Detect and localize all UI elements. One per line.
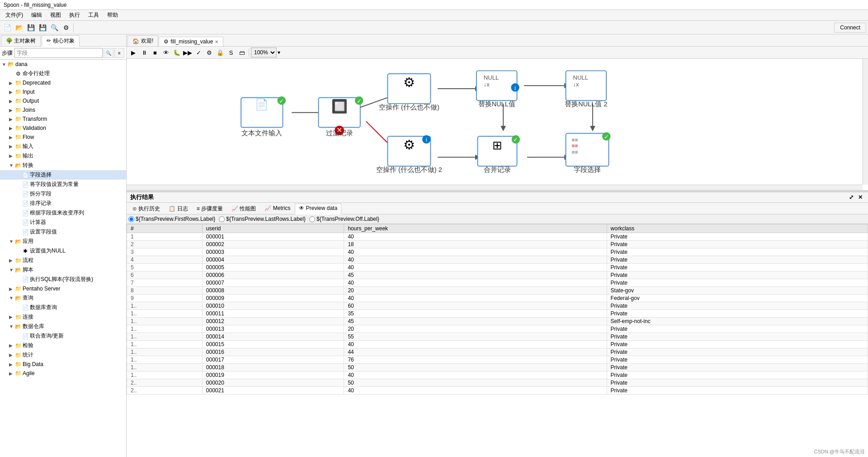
expand-icon[interactable]: ▶ — [9, 371, 14, 376]
tree-item[interactable]: ▼📂查询 — [0, 293, 126, 303]
canvas-scroll-v[interactable] — [863, 59, 868, 185]
tree-item[interactable]: 📄执行SQL脚本(字段流替换) — [0, 275, 126, 284]
tree-item[interactable]: ▼📂数据仓库 — [0, 322, 126, 331]
tab-close-icon[interactable]: ✕ — [215, 39, 218, 44]
menu-tools[interactable]: 工具 — [85, 10, 103, 20]
expand-icon[interactable]: ▼ — [9, 295, 14, 300]
explore-btn[interactable]: 🔍 — [49, 22, 60, 33]
tree-item[interactable]: 📄排序记录 — [0, 199, 126, 208]
safe-btn[interactable]: 🔒 — [215, 48, 225, 57]
tree-item[interactable]: ▶📁Input — [0, 87, 126, 96]
settings-btn[interactable]: ⚙ — [61, 22, 71, 33]
tree-item[interactable]: 📄联合查询/更新 — [0, 331, 126, 341]
tree-item[interactable]: 📄将字段值设置为常量 — [0, 180, 126, 189]
menu-execute[interactable]: 执行 — [66, 10, 84, 20]
results-expand-icon[interactable]: ⤢ — [847, 194, 855, 201]
expand-icon[interactable]: ▶ — [9, 90, 14, 95]
pause-btn[interactable]: ⏸ — [139, 48, 149, 57]
expand-icon[interactable]: ▶ — [9, 117, 14, 122]
tree-item[interactable]: ⚙命令行处理 — [0, 69, 126, 78]
expand-icon[interactable]: ▼ — [9, 324, 14, 329]
connect-button[interactable]: Connect — [834, 23, 866, 33]
preview-off[interactable]: ${TransPreview.Off.Label} — [309, 216, 379, 222]
tree-item[interactable]: 📄拆分字段 — [0, 189, 126, 199]
expand-icon[interactable]: ▶ — [9, 153, 14, 158]
expand-icon[interactable]: ▼ — [2, 62, 7, 67]
menu-edit[interactable]: 编辑 — [28, 10, 46, 20]
replay-btn[interactable]: ▶▶ — [183, 48, 193, 57]
menu-help[interactable]: 帮助 — [104, 10, 122, 20]
search-input[interactable] — [14, 48, 103, 58]
check-btn[interactable]: ✓ — [193, 48, 203, 57]
tree-item[interactable]: ▶📁Flow — [0, 133, 126, 142]
expand-icon[interactable]: ▼ — [9, 163, 14, 168]
tab-preview-data[interactable]: 👁 Preview data — [295, 204, 341, 214]
tree-item[interactable]: ▼📂转换 — [0, 161, 126, 170]
stop-btn[interactable]: ■ — [150, 48, 160, 57]
tree-item[interactable]: ▶📁Deprecated — [0, 78, 126, 87]
tree-item[interactable]: ✱设置值为NULL — [0, 246, 126, 256]
tab-step-metrics[interactable]: ≡ 步骤度量 — [193, 204, 227, 214]
preview-btn[interactable]: 👁 — [161, 48, 171, 57]
tree-item[interactable]: ▼📂dana — [0, 60, 126, 69]
expand-icon[interactable]: ▼ — [9, 267, 14, 272]
tree-item[interactable]: 📄字段选择 — [0, 170, 126, 180]
tree-item[interactable]: ▶📁输出 — [0, 151, 126, 161]
canvas-scroll-h[interactable] — [127, 185, 863, 190]
run-btn[interactable]: ▶ — [128, 48, 138, 57]
tab-exec-history[interactable]: ⊙ 执行历史 — [128, 204, 164, 214]
expand-icon[interactable]: ▶ — [9, 126, 14, 131]
tab-main-objects[interactable]: 🌳 主对象树 — [1, 35, 41, 46]
preview-first-rows[interactable]: ${TransPreview.FirstRows.Label} — [128, 216, 215, 222]
save-btn[interactable]: 💾 — [25, 22, 36, 33]
tree-item[interactable]: ▶📁Agile — [0, 369, 126, 378]
tree-item[interactable]: ▶📁Big Data — [0, 360, 126, 369]
tree-item[interactable]: ▶📁连接 — [0, 312, 126, 322]
tab-log[interactable]: 📋 日志 — [165, 204, 192, 214]
results-close-icon[interactable]: ✕ — [856, 194, 864, 201]
expand-icon[interactable]: ▶ — [9, 258, 14, 263]
sql-btn[interactable]: S — [226, 48, 236, 57]
tree-item[interactable]: 📄数据库查询 — [0, 303, 126, 312]
open-btn[interactable]: 📂 — [14, 22, 24, 33]
tree-item[interactable]: ▶📁Validation — [0, 124, 126, 133]
save-as-btn[interactable]: 💾 — [37, 22, 48, 33]
expand-icon[interactable]: ▶ — [9, 135, 14, 140]
tab-fill-missing[interactable]: ⚙ fill_missing_value ✕ — [159, 37, 223, 46]
tree-item[interactable]: 📄根据字段值来改变序列 — [0, 208, 126, 218]
filter-button[interactable]: ≡ — [114, 48, 124, 58]
new-btn[interactable]: 📄 — [2, 22, 13, 33]
transform-btn[interactable]: ⚙ — [204, 48, 214, 57]
tree-item[interactable]: 📄设置字段值 — [0, 227, 126, 237]
menu-view[interactable]: 视图 — [47, 10, 65, 20]
tree-item[interactable]: ▶📁统计 — [0, 350, 126, 360]
expand-icon[interactable]: ▶ — [9, 144, 14, 149]
debug-btn[interactable]: 🐛 — [172, 48, 182, 57]
expand-icon[interactable]: ▶ — [9, 81, 14, 86]
canvas-area[interactable]: 📄 ✓ 文本文件输入 🔲 ✓ ✕ 过滤记录 — [127, 59, 868, 190]
tree-item[interactable]: ▶📁输入 — [0, 142, 126, 151]
preview-last-rows[interactable]: ${TransPreview.LastRows.Label} — [219, 216, 306, 222]
expand-icon[interactable]: ▶ — [9, 343, 14, 348]
tree-item[interactable]: ▶📁Transform — [0, 114, 126, 124]
tab-metrics[interactable]: 📈 Metrics — [260, 204, 294, 214]
expand-icon[interactable]: ▼ — [9, 239, 14, 244]
expand-icon[interactable]: ▶ — [9, 314, 14, 319]
expand-icon[interactable]: ▶ — [9, 352, 14, 357]
tree-item[interactable]: ▶📁检验 — [0, 341, 126, 350]
expand-icon[interactable]: ▶ — [9, 108, 14, 113]
zoom-select[interactable]: 100%50%75%125%150% — [251, 48, 277, 57]
tree-item[interactable]: ▼📂脚本 — [0, 265, 126, 275]
tree-item[interactable]: ▼📂应用 — [0, 237, 126, 246]
tab-core-objects[interactable]: ✏ 核心对象 — [42, 35, 79, 47]
expand-icon[interactable]: ▶ — [9, 99, 14, 104]
expand-icon[interactable]: ▶ — [9, 286, 14, 291]
expand-icon[interactable]: ▶ — [9, 362, 14, 367]
menu-file[interactable]: 文件(F) — [2, 10, 27, 20]
search-button[interactable]: 🔍 — [104, 48, 113, 58]
tree-item[interactable]: 📄计算器 — [0, 218, 126, 227]
tab-welcome[interactable]: 🏠 欢迎! — [127, 35, 158, 46]
explore2-btn[interactable]: 🗃 — [237, 48, 247, 57]
tree-item[interactable]: ▶📁流程 — [0, 256, 126, 265]
tab-perf-chart[interactable]: 📈 性能图 — [227, 204, 260, 214]
